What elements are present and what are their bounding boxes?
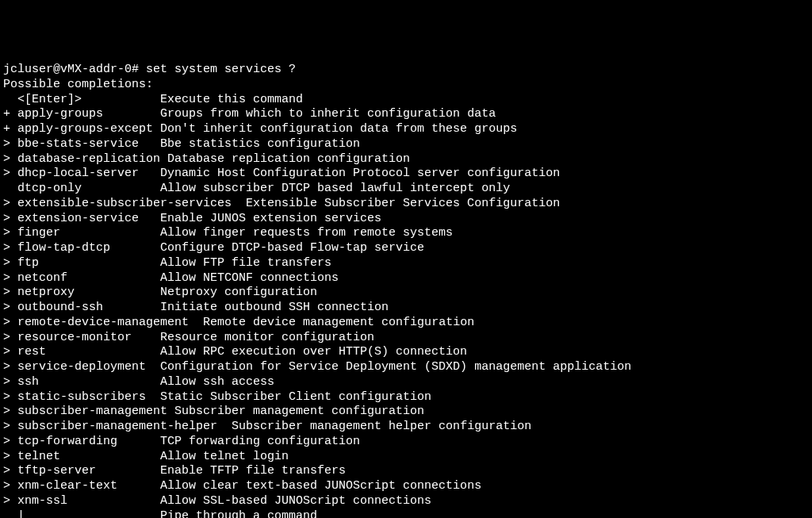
completion-description: Allow telnet login xyxy=(160,450,289,463)
completion-marker: > xyxy=(3,345,17,359)
completion-pad xyxy=(82,182,160,195)
completion-command: netconf xyxy=(17,271,67,285)
completion-command: telnet xyxy=(17,450,60,463)
prompt-command: set system services ? xyxy=(146,63,296,76)
completion-marker: > xyxy=(3,286,17,299)
completion-description: Netproxy configuration xyxy=(160,286,317,299)
completion-pad xyxy=(39,256,160,270)
completion-marker: > xyxy=(3,435,17,448)
completion-row: > subscriber-management Subscriber manag… xyxy=(3,405,809,420)
completion-command: xnm-clear-text xyxy=(17,479,117,493)
completion-pad xyxy=(67,271,160,285)
completion-command: netproxy xyxy=(17,286,75,299)
completions-header: Possible completions: xyxy=(3,78,809,93)
completion-description: Configuration for Service Deployment (SD… xyxy=(160,360,631,374)
completion-description: TCP forwarding configuration xyxy=(160,435,360,448)
completion-command: service-deployment xyxy=(17,360,146,374)
completion-marker: > xyxy=(3,241,17,255)
completion-description: Database replication configuration xyxy=(167,152,410,166)
completion-description: Allow SSL-based JUNOScript connections xyxy=(160,494,431,508)
completion-description: Subscriber management configuration xyxy=(174,405,424,418)
completion-description: Allow RPC execution over HTTP(S) connect… xyxy=(160,345,467,359)
completion-marker: > xyxy=(3,167,17,180)
completion-description: Enable JUNOS extension services xyxy=(160,212,381,225)
completion-description: Dynamic Host Configuration Protocol serv… xyxy=(160,167,560,180)
completion-command: tcp-forwarding xyxy=(17,435,117,448)
completion-description: Initiate outbound SSH connection xyxy=(160,301,389,314)
completion-marker: > xyxy=(3,464,17,478)
completion-pad xyxy=(217,420,232,433)
completion-marker: > xyxy=(3,197,17,210)
completion-command: tftp-server xyxy=(17,464,96,478)
completion-command: database-replication xyxy=(17,152,160,166)
completion-description: Allow NETCONF connections xyxy=(160,271,339,285)
prompt-user: jcluser@vMX-addr-0# xyxy=(3,63,146,76)
completion-marker: > xyxy=(3,256,17,270)
completion-row: > ssh Allow ssh access xyxy=(3,375,809,390)
completion-row: > netconf Allow NETCONF connections xyxy=(3,271,809,286)
completion-description: Pipe through a command xyxy=(160,509,317,519)
completion-marker: > xyxy=(3,360,17,374)
completion-marker: > xyxy=(3,479,17,493)
completion-command: extensible-subscriber-services xyxy=(17,197,232,210)
completion-marker: > xyxy=(3,137,17,151)
completion-description: Extensible Subscriber Services Configura… xyxy=(246,197,560,210)
completion-description: Bbe statistics configuration xyxy=(160,137,360,151)
completion-marker: > xyxy=(3,420,17,433)
completion-marker: > xyxy=(3,226,17,240)
completion-row: > database-replication Database replicat… xyxy=(3,152,809,167)
completion-command: subscriber-management-helper xyxy=(17,420,217,433)
completion-row: > dhcp-local-server Dynamic Host Configu… xyxy=(3,167,809,182)
completion-pad xyxy=(103,107,160,121)
completion-row: dtcp-only Allow subscriber DTCP based la… xyxy=(3,182,809,197)
completion-command: flow-tap-dtcp xyxy=(17,241,110,255)
completion-command: <[Enter]> xyxy=(17,93,82,106)
completion-description: Resource monitor configuration xyxy=(160,331,374,344)
completion-command: dhcp-local-server xyxy=(17,167,139,180)
completion-pad xyxy=(232,197,246,210)
completion-command: extension-service xyxy=(17,212,139,225)
completion-marker: > xyxy=(3,212,17,225)
completion-row: | Pipe through a command xyxy=(3,509,809,519)
completion-pad xyxy=(75,286,160,299)
completion-description: Don't inherit configuration data from th… xyxy=(160,122,517,136)
completion-pad xyxy=(146,390,160,404)
completion-pad xyxy=(132,331,160,344)
completion-marker xyxy=(3,93,17,106)
completion-command: remote-device-management xyxy=(17,316,189,329)
completion-marker: + xyxy=(3,122,17,136)
completion-pad xyxy=(139,137,160,151)
completion-command: apply-groups-except xyxy=(17,122,153,136)
completion-command: bbe-stats-service xyxy=(17,137,139,151)
completion-row: > subscriber-management-helper Subscribe… xyxy=(3,420,809,435)
completion-pad xyxy=(153,122,160,136)
completion-row: > rest Allow RPC execution over HTTP(S) … xyxy=(3,345,809,360)
completion-marker: > xyxy=(3,375,17,389)
completion-description: Allow subscriber DTCP based lawful inter… xyxy=(160,182,510,195)
completion-command: subscriber-management xyxy=(17,405,167,418)
prompt-line: jcluser@vMX-addr-0# set system services … xyxy=(3,63,809,78)
completion-pad xyxy=(67,494,160,508)
completion-command: ssh xyxy=(17,375,39,389)
completion-pad xyxy=(60,450,160,463)
completion-description: Enable TFTP file transfers xyxy=(160,464,346,478)
completion-marker: > xyxy=(3,450,17,463)
completion-pad xyxy=(39,375,160,389)
completion-description: Static Subscriber Client configuration xyxy=(160,390,431,404)
completion-pad xyxy=(146,360,160,374)
completion-pad xyxy=(96,464,160,478)
completion-row: <[Enter]> Execute this command xyxy=(3,93,809,108)
completion-pad xyxy=(167,405,174,418)
completion-command: outbound-ssh xyxy=(17,301,103,314)
completion-row: > remote-device-management Remote device… xyxy=(3,316,809,331)
completion-marker: > xyxy=(3,271,17,285)
completion-row: > extension-service Enable JUNOS extensi… xyxy=(3,212,809,227)
completion-marker: + xyxy=(3,107,17,121)
completion-description: Groups from which to inherit configurati… xyxy=(160,107,496,121)
completion-pad xyxy=(25,509,160,519)
completion-pad xyxy=(139,167,160,180)
completion-row: > resource-monitor Resource monitor conf… xyxy=(3,331,809,346)
completion-marker: > xyxy=(3,405,17,418)
completion-row: > telnet Allow telnet login xyxy=(3,450,809,465)
completion-command: xnm-ssl xyxy=(17,494,67,508)
